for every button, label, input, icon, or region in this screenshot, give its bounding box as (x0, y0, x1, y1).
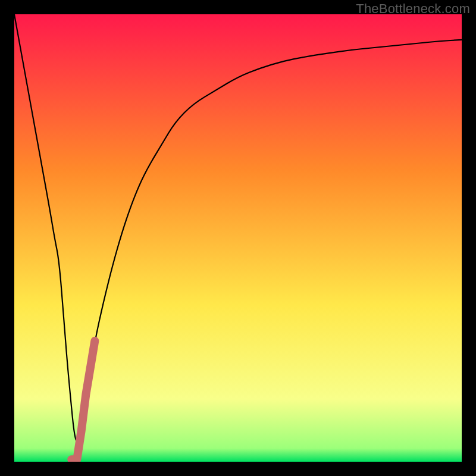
chart-frame: TheBottleneck.com (0, 0, 476, 476)
plot-svg (14, 14, 462, 462)
plot-area (14, 14, 462, 462)
gradient-background (14, 14, 462, 462)
watermark-text: TheBottleneck.com (356, 1, 470, 17)
